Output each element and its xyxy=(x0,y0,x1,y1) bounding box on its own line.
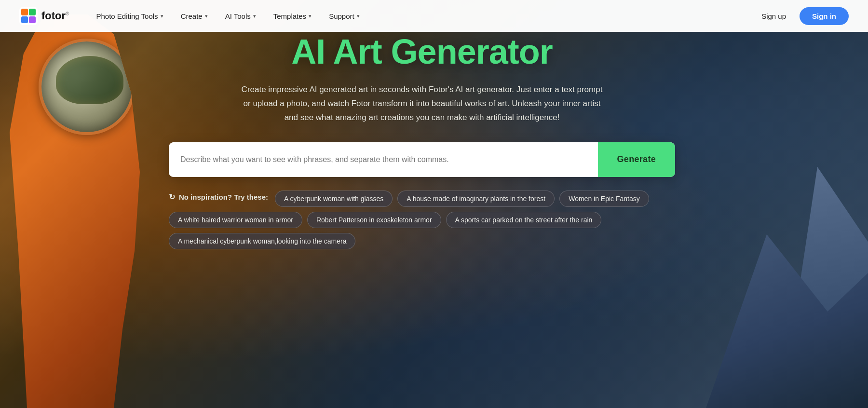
signin-button[interactable]: Sign in xyxy=(800,7,849,25)
nav-photo-editing[interactable]: Photo Editing Tools ▾ xyxy=(88,8,171,24)
chip-3[interactable]: Women in Epic Fantasy xyxy=(559,190,649,207)
logo-sq-purple xyxy=(29,16,36,23)
chip-4[interactable]: A white haired warrior woman in armor xyxy=(169,212,302,228)
logo-sq-orange xyxy=(21,9,28,15)
inspiration-label: ↻ No inspiration? Try these: xyxy=(169,190,268,202)
hero-subtitle: Create impressive AI generated art in se… xyxy=(239,83,605,125)
nav-create[interactable]: Create ▾ xyxy=(173,8,216,24)
signup-button[interactable]: Sign up xyxy=(754,8,794,24)
nav-actions: Sign up Sign in xyxy=(754,7,849,25)
nav-ai-tools[interactable]: AI Tools ▾ xyxy=(217,8,264,24)
chip-7[interactable]: A mechanical cyberpunk woman,looking int… xyxy=(169,233,355,249)
nav-support[interactable]: Support ▾ xyxy=(321,8,367,24)
generate-button[interactable]: Generate xyxy=(598,142,675,177)
chip-5[interactable]: Robert Patterson in exoskeleton armor xyxy=(307,212,441,228)
chevron-down-icon: ▾ xyxy=(161,13,163,19)
chevron-down-icon: ▾ xyxy=(309,13,312,19)
chip-1[interactable]: A cyberpunk woman with glasses xyxy=(275,190,393,207)
nav-items: Photo Editing Tools ▾ Create ▾ AI Tools … xyxy=(88,8,754,24)
search-bar: Generate xyxy=(169,142,675,177)
logo-icon xyxy=(19,7,38,25)
nav-templates[interactable]: Templates ▾ xyxy=(266,8,319,24)
chevron-down-icon: ▾ xyxy=(253,13,256,19)
logo[interactable]: fotor® xyxy=(19,7,69,25)
logo-sq-blue xyxy=(21,16,28,23)
logo-text: fotor® xyxy=(41,10,69,22)
chip-2[interactable]: A house made of imaginary plants in the … xyxy=(397,190,555,207)
chevron-down-icon: ▾ xyxy=(205,13,208,19)
hero-content: AI Art Generator Create impressive AI ge… xyxy=(0,32,868,249)
chevron-down-icon: ▾ xyxy=(357,13,360,19)
navbar: fotor® Photo Editing Tools ▾ Create ▾ AI… xyxy=(0,0,868,32)
inspiration-chips: ↻ No inspiration? Try these: A cyberpunk… xyxy=(169,190,675,249)
refresh-icon: ↻ xyxy=(169,192,175,202)
hero-title: AI Art Generator xyxy=(291,32,552,71)
logo-sq-green xyxy=(29,9,36,15)
chip-6[interactable]: A sports car parked on the street after … xyxy=(446,212,602,228)
search-input[interactable] xyxy=(169,142,598,177)
